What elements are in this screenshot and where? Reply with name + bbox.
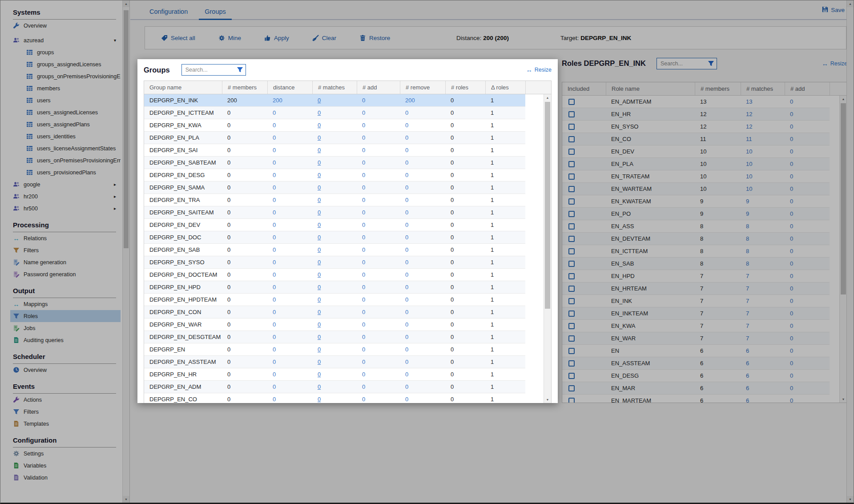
table-row[interactable]: EN_HR12120 xyxy=(562,108,830,121)
remove-value[interactable]: 0 xyxy=(405,184,408,191)
matches-value[interactable]: 0 xyxy=(318,134,321,141)
table-row[interactable]: DEPGRP_EN_SABTEAM0000001 xyxy=(144,157,525,169)
matches-value[interactable]: 0 xyxy=(318,246,321,253)
distance-value[interactable]: 0 xyxy=(273,334,276,340)
add-value[interactable]: 0 xyxy=(790,347,793,354)
column-header-matches[interactable]: # matches xyxy=(312,81,357,94)
included-checkbox[interactable] xyxy=(568,323,575,329)
table-row[interactable]: EN_MARTEAM660 xyxy=(562,395,830,403)
distance-value[interactable]: 0 xyxy=(273,309,276,315)
table-row[interactable]: DEPGRP_EN_DOC0000001 xyxy=(144,231,525,244)
remove-value[interactable]: 0 xyxy=(405,334,408,340)
add-value[interactable]: 0 xyxy=(790,385,793,391)
distance-value[interactable]: 0 xyxy=(273,159,276,166)
remove-value[interactable]: 0 xyxy=(405,296,408,303)
scroll-up-icon[interactable]: ▲ xyxy=(840,96,847,102)
remove-value[interactable]: 0 xyxy=(405,284,408,290)
add-value[interactable]: 0 xyxy=(362,246,365,253)
included-checkbox[interactable] xyxy=(568,211,575,217)
add-value[interactable]: 0 xyxy=(790,185,793,192)
matches-value[interactable]: 0 xyxy=(318,259,321,266)
matches-value[interactable]: 0 xyxy=(318,284,321,290)
matches-value[interactable]: 6 xyxy=(746,347,749,354)
add-value[interactable]: 0 xyxy=(790,210,793,217)
distance-value[interactable]: 0 xyxy=(273,383,276,390)
add-value[interactable]: 0 xyxy=(790,298,793,304)
matches-value[interactable]: 8 xyxy=(746,248,749,254)
table-row[interactable]: DEPGRP_EN_HR0000001 xyxy=(144,368,525,381)
sidebar-item-name-generation[interactable]: Name generation xyxy=(10,256,121,268)
table-row[interactable]: EN_ADMTEAM13130 xyxy=(562,96,830,108)
remove-value[interactable]: 0 xyxy=(405,222,408,228)
included-checkbox[interactable] xyxy=(568,186,575,192)
add-value[interactable]: 0 xyxy=(362,97,365,104)
table-row[interactable]: EN_HPD770 xyxy=(562,270,830,282)
sidebar-item-roles[interactable]: Roles xyxy=(10,310,121,322)
sidebar-item-groups[interactable]: groups xyxy=(10,46,121,58)
add-value[interactable]: 0 xyxy=(790,260,793,267)
sidebar-item-relations[interactable]: ↔Relations xyxy=(10,232,121,244)
table-row[interactable]: DEPGRP_EN_HPDTEAM0000001 xyxy=(144,294,525,306)
add-value[interactable]: 0 xyxy=(362,309,365,315)
sidebar-item-users[interactable]: users xyxy=(10,94,121,106)
matches-value[interactable]: 0 xyxy=(318,383,321,390)
chevron-right-icon[interactable]: ▸ xyxy=(114,194,116,199)
remove-value[interactable]: 0 xyxy=(405,346,408,353)
column-header-remove[interactable]: # remove xyxy=(400,81,445,94)
remove-value[interactable]: 0 xyxy=(405,259,408,266)
add-value[interactable]: 0 xyxy=(790,273,793,279)
table-row[interactable]: EN660 xyxy=(562,345,830,357)
included-checkbox[interactable] xyxy=(568,385,575,391)
matches-value[interactable]: 0 xyxy=(318,321,321,328)
add-value[interactable]: 0 xyxy=(362,134,365,141)
groups-scrollbar-thumb[interactable] xyxy=(545,102,550,309)
table-row[interactable]: DEPGRP_EN_PLA0000001 xyxy=(144,132,525,144)
matches-value[interactable]: 6 xyxy=(746,372,749,379)
add-value[interactable]: 0 xyxy=(362,109,365,116)
sidebar-item-users-assignedplans[interactable]: users_assignedPlans xyxy=(10,118,121,130)
table-row[interactable]: EN_INK770 xyxy=(562,295,830,307)
select-all-button[interactable]: Select all xyxy=(149,27,207,49)
scroll-down-icon[interactable]: ▼ xyxy=(544,396,551,403)
matches-value[interactable]: 0 xyxy=(318,396,321,403)
add-value[interactable]: 0 xyxy=(790,173,793,180)
remove-value[interactable]: 0 xyxy=(405,159,408,166)
add-value[interactable]: 0 xyxy=(790,136,793,142)
scroll-down-icon[interactable]: ▼ xyxy=(123,496,129,503)
add-value[interactable]: 0 xyxy=(362,346,365,353)
roles-scrollbar-thumb[interactable] xyxy=(841,103,846,294)
clear-button[interactable]: Clear xyxy=(301,27,348,49)
add-value[interactable]: 0 xyxy=(790,310,793,317)
tab-groups[interactable]: Groups xyxy=(199,3,232,20)
matches-value[interactable]: 12 xyxy=(746,123,752,130)
add-value[interactable]: 0 xyxy=(790,235,793,242)
matches-value[interactable]: 0 xyxy=(318,222,321,228)
matches-value[interactable]: 10 xyxy=(746,185,752,192)
remove-value[interactable]: 0 xyxy=(405,396,408,403)
matches-value[interactable]: 13 xyxy=(746,98,752,105)
table-row[interactable]: EN_DEVTEAM880 xyxy=(562,233,830,245)
remove-value[interactable]: 0 xyxy=(405,172,408,178)
matches-value[interactable]: 0 xyxy=(318,209,321,216)
distance-value[interactable]: 0 xyxy=(273,197,276,203)
sidebar-scrollbar-thumb[interactable] xyxy=(124,10,129,248)
sidebar-item-users-onpremisesprovisioningerrors[interactable]: users_onPremisesProvisioningErrors xyxy=(10,154,121,166)
matches-value[interactable]: 0 xyxy=(318,234,321,241)
table-row[interactable]: EN_HRTEAM770 xyxy=(562,282,830,295)
matches-value[interactable]: 12 xyxy=(746,111,752,117)
table-row[interactable]: EN_WARTEAM10100 xyxy=(562,183,830,195)
distance-value[interactable]: 0 xyxy=(273,134,276,141)
remove-value[interactable]: 0 xyxy=(405,147,408,153)
chevron-right-icon[interactable]: ▸ xyxy=(114,206,116,211)
add-value[interactable]: 0 xyxy=(362,172,365,178)
distance-value[interactable]: 0 xyxy=(273,122,276,129)
table-row[interactable]: DEPGRP_EN0000001 xyxy=(144,343,525,356)
table-row[interactable]: DEPGRP_EN_INK2002000020001 xyxy=(144,94,525,107)
add-value[interactable]: 0 xyxy=(790,248,793,254)
included-checkbox[interactable] xyxy=(568,310,575,317)
apply-button[interactable]: Apply xyxy=(253,27,301,49)
remove-value[interactable]: 0 xyxy=(405,359,408,365)
add-value[interactable]: 0 xyxy=(362,122,365,129)
table-row[interactable]: EN_DEV10100 xyxy=(562,145,830,158)
included-checkbox[interactable] xyxy=(568,236,575,242)
